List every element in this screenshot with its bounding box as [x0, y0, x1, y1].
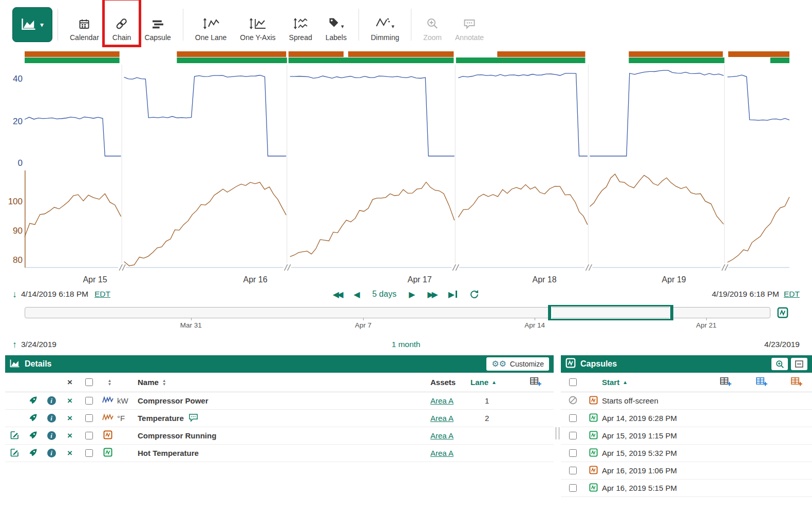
item-name[interactable]: Hot Temperature	[138, 449, 199, 457]
toolbar-annotate-button[interactable]: Annotate	[448, 5, 490, 45]
timezone-link[interactable]: EDT	[784, 290, 800, 299]
capsule-checkbox[interactable]	[569, 432, 577, 439]
capsule-row: Apr 15, 2019 1:15 PM	[561, 427, 812, 445]
trend-chart[interactable]: 402001009080 Apr 15Apr 16Apr 17Apr 18Apr…	[0, 49, 812, 285]
capsule-row: Apr 15, 2019 5:32 PM	[561, 445, 812, 462]
range-step-controls: ◀◀ ◀ 5 days ▶ ▶▶ ▶	[333, 290, 479, 299]
send-to-icon[interactable]	[29, 448, 37, 458]
remove-icon[interactable]: ×	[67, 414, 72, 423]
investigate-start-arrow-icon: ↑	[12, 339, 17, 350]
remove-all-icon[interactable]: ×	[67, 378, 72, 387]
toolbar-capsule-button[interactable]: Capsule	[138, 5, 177, 45]
collapse-panel-button[interactable]	[791, 358, 807, 370]
toolbar-chain-button[interactable]: Chain	[106, 5, 138, 45]
info-icon[interactable]: i	[47, 431, 56, 440]
capsules-panel-header: Capsules	[561, 355, 812, 373]
table-row: i × °F Temperature Area A 2	[5, 410, 554, 427]
off-screen-icon	[569, 396, 577, 406]
condition-icon	[103, 448, 112, 458]
asset-link[interactable]: Area A	[430, 396, 454, 405]
toolbar-divider	[183, 9, 183, 41]
toolbar-calendar-button[interactable]: Calendar	[63, 5, 106, 45]
temp-axis-label: 80	[3, 255, 23, 265]
capsule-timeline-icon[interactable]	[777, 307, 789, 320]
send-to-icon[interactable]	[29, 413, 37, 424]
capsule-checkbox[interactable]	[569, 467, 577, 474]
step-back-half-icon[interactable]: ◀◀	[333, 290, 342, 299]
timeline-tick-label: Apr 14	[524, 321, 545, 329]
add-column-icon[interactable]	[530, 377, 541, 388]
sort-icon[interactable]: ▲▼	[108, 379, 112, 386]
zoom-to-capsule-button[interactable]	[771, 358, 788, 370]
one-lane-icon	[202, 16, 220, 30]
column-start[interactable]: Start	[602, 378, 619, 387]
row-checkbox[interactable]	[85, 397, 93, 405]
timeline-tick-label: Mar 31	[180, 321, 202, 329]
step-to-end-icon[interactable]: ▶	[448, 290, 457, 299]
comment-icon[interactable]	[188, 413, 198, 424]
item-name[interactable]: Temperature	[138, 414, 184, 423]
toolbar-labels-button[interactable]: ▾ Labels	[319, 5, 353, 45]
capsule-checkbox[interactable]	[569, 414, 577, 422]
capsule-icon	[589, 466, 598, 476]
info-icon[interactable]: i	[47, 414, 56, 423]
add-column-icon[interactable]	[756, 377, 767, 388]
asset-link[interactable]: Area A	[430, 431, 454, 440]
refresh-icon[interactable]	[469, 290, 479, 299]
item-name[interactable]: Compressor Running	[138, 431, 216, 440]
capsule-checkbox[interactable]	[569, 449, 577, 457]
chain-icon	[115, 16, 128, 30]
remove-icon[interactable]: ×	[67, 396, 72, 405]
add-column-icon[interactable]	[791, 377, 802, 388]
info-icon[interactable]: i	[47, 449, 56, 457]
add-column-icon[interactable]	[720, 377, 731, 388]
capsule-start: Apr 15, 2019 1:15 PM	[602, 431, 709, 440]
column-assets[interactable]: Assets	[430, 378, 456, 387]
duration-button[interactable]: 5 days	[372, 290, 396, 299]
row-checkbox[interactable]	[85, 414, 93, 422]
step-forward-half-icon[interactable]: ▶▶	[427, 290, 436, 299]
select-all-checkbox[interactable]	[85, 378, 93, 386]
investigate-range-start[interactable]: 3/24/2019	[21, 340, 56, 349]
toolbar-zoom-button[interactable]: Zoom	[417, 5, 448, 45]
capsule-start: Starts off-screen	[602, 396, 709, 405]
toolbar-one-y-axis-button[interactable]: One Y-Axis	[233, 5, 282, 45]
investigate-range-end[interactable]: 4/23/2019	[764, 340, 800, 349]
send-to-icon[interactable]	[29, 431, 37, 441]
timeline-tick	[706, 318, 707, 320]
remove-icon[interactable]: ×	[67, 449, 72, 457]
step-back-icon[interactable]: ◀	[353, 290, 360, 299]
asset-link[interactable]: Area A	[430, 449, 454, 457]
step-forward-icon[interactable]: ▶	[409, 290, 415, 299]
item-name[interactable]: Compressor Power	[138, 396, 209, 405]
row-checkbox[interactable]	[85, 449, 93, 457]
toolbar-annotate-label: Annotate	[455, 33, 484, 42]
select-all-capsules-checkbox[interactable]	[569, 378, 577, 386]
sort-icon[interactable]: ▲▼	[162, 379, 166, 386]
info-icon[interactable]: i	[47, 396, 56, 405]
display-range-end[interactable]: 4/19/2019 6:18 PM	[712, 290, 779, 299]
column-name[interactable]: Name	[138, 378, 159, 387]
send-to-icon[interactable]	[29, 396, 37, 406]
display-range-start[interactable]: 4/14/2019 6:18 PM	[21, 290, 88, 299]
capsule-start: Apr 16, 2019 5:15 PM	[602, 484, 709, 492]
toolbar-dimming-button[interactable]: ▾ Dimming	[364, 5, 406, 45]
capsule-checkbox[interactable]	[569, 484, 577, 492]
panel-splitter[interactable]	[554, 355, 561, 516]
edit-icon[interactable]	[10, 431, 19, 441]
remove-icon[interactable]: ×	[67, 431, 72, 440]
timeline-selection-window[interactable]	[548, 305, 673, 320]
trend-view-button[interactable]: ▾	[12, 7, 52, 42]
row-checkbox[interactable]	[85, 432, 93, 439]
investigate-duration[interactable]: 1 month	[391, 340, 420, 349]
capsule-start: Apr 16, 2019 1:06 PM	[602, 466, 709, 475]
toolbar-one-lane-button[interactable]: One Lane	[188, 5, 234, 45]
edit-icon[interactable]	[10, 448, 19, 458]
timezone-link[interactable]: EDT	[95, 290, 110, 299]
column-lane[interactable]: Lane	[470, 378, 488, 387]
customize-button[interactable]: ⚙⚙ Customize	[486, 357, 549, 371]
toolbar-spread-button[interactable]: Spread	[282, 5, 319, 45]
toolbar-calendar-label: Calendar	[70, 33, 99, 42]
chevron-down-icon: ▾	[40, 21, 44, 29]
asset-link[interactable]: Area A	[430, 414, 454, 423]
